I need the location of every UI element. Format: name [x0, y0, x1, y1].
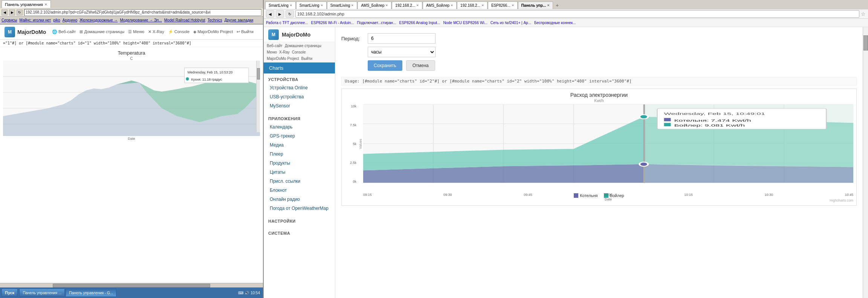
nav-project-left[interactable]: ◈ MajorDoMo Project — [193, 29, 233, 34]
nav-link-exit[interactable]: Выйти — [301, 57, 313, 61]
nav-console-left[interactable]: ⚡ Console — [168, 29, 189, 34]
bookmark-wireless[interactable]: Беспроводные коннек... — [534, 21, 576, 25]
bookmark-model-railroad[interactable]: Model Railroad Hobbyist — [164, 18, 205, 22]
nav-link-xray[interactable]: X-Ray — [279, 50, 290, 54]
y-label-3: 7.5k — [350, 123, 356, 127]
address-input-right[interactable] — [295, 10, 859, 18]
tab-close[interactable]: ✕ — [351, 4, 354, 7]
sidebar-item-calendar[interactable]: Календарь — [264, 122, 335, 131]
refresh-btn-left[interactable]: ↻ — [17, 9, 23, 15]
tab-panel-right[interactable]: Панель упр... ✕ — [518, 2, 553, 9]
refresh-btn-right[interactable]: ↻ — [286, 10, 294, 18]
y-axis-labels: 10k 7.5k 5k 2.5k 0k — [345, 104, 358, 191]
bookmarks-bar-right: Работа с TFT дисплее... ESP8266 Wi-Fi - … — [264, 19, 868, 27]
sidebar-charts-item[interactable]: Charts — [264, 63, 335, 73]
tab-close[interactable]: ✕ — [547, 4, 550, 7]
main-content-right: M MajorDoMo Веб-сайт Домашние страницы М… — [264, 27, 868, 298]
bookmark-modelling[interactable]: Моделирование → Эл... — [120, 18, 162, 22]
taskbar-item-1[interactable]: Панель управления - G... — [66, 289, 116, 297]
bookmark-podkl[interactable]: Подключает...стиран... — [357, 21, 396, 25]
nav-exit-left[interactable]: ↩ Выйти — [237, 29, 254, 34]
tab-ip-1[interactable]: 192.168.2... ✕ — [392, 2, 422, 9]
new-tab-btn[interactable]: + — [553, 2, 561, 9]
tab-close[interactable]: ✕ — [512, 4, 514, 7]
bookmark-esp-analog[interactable]: ESP8266 Analog Input... — [399, 21, 440, 25]
sidebar-item-online[interactable]: Устройства Online — [264, 83, 335, 92]
horizontal-scrollbar-left[interactable] — [0, 283, 263, 287]
bookmark-esp-wifi[interactable]: ESP8266 Wi-Fi - Arduin... — [311, 21, 354, 25]
tab-smartliving-1[interactable]: SmartLiving ✕ — [265, 2, 296, 9]
sidebar-item-weather[interactable]: Погода от OpenWeatherMap — [264, 204, 335, 213]
tab-close[interactable]: ✕ — [290, 4, 292, 7]
bookmark-nodemcu[interactable]: Node MCU ESP8266 Wi... — [443, 21, 487, 25]
y-label-1: 2.5k — [350, 161, 356, 165]
tab-esp8266[interactable]: ESP8266... ✕ — [488, 2, 518, 9]
tab-close[interactable]: ✕ — [481, 4, 484, 7]
sidebar-item-gps[interactable]: GPS-трекер — [264, 131, 335, 141]
bookmark-servisy[interactable]: Сервисы — [2, 18, 17, 22]
bookmark-mayns[interactable]: Майнс: иголки нет — [19, 18, 51, 22]
forward-btn-right[interactable]: ▶ — [276, 10, 284, 18]
tab-close[interactable]: ✕ — [321, 4, 323, 7]
svg-rect-28 — [664, 118, 671, 121]
bookmark-tft[interactable]: Работа с TFT дисплее... — [266, 21, 308, 25]
tab-ams-bojler-2[interactable]: AMS_Бойлер ✕ — [423, 2, 457, 9]
sidebar-item-radio[interactable]: Онлайн радио — [264, 195, 335, 204]
forward-btn-left[interactable]: ▶ — [9, 9, 15, 15]
logo-left: M MajorDoMo — [5, 27, 46, 37]
sidebar-item-links[interactable]: Присл. ссылки — [264, 177, 335, 186]
taskbar: Пуск Панель управления ... Панель управл… — [0, 287, 263, 298]
nav-link-menu[interactable]: Меню — [267, 50, 277, 54]
scrollbar-thumb-v[interactable] — [863, 35, 868, 50]
bookmark-net[interactable]: Сеть из №f2401+ | Ар... — [491, 21, 531, 25]
nav-link-home[interactable]: Домашние страницы — [285, 44, 321, 48]
y-axis-title-text: Values — [359, 139, 362, 149]
taskbar-item-0[interactable]: Панель управления ... — [19, 289, 65, 297]
tab-label: Панель упр... — [521, 3, 546, 8]
scroll-thumb-left[interactable] — [53, 284, 211, 287]
bookmark-arduino[interactable]: Ардуино — [63, 18, 78, 22]
tab-label: AMS_Бойлер — [426, 3, 449, 8]
back-btn-left[interactable]: ◀ — [2, 9, 8, 15]
bookmark-others[interactable]: Другие закладки — [225, 18, 254, 22]
period-unit-select[interactable]: часы — [368, 47, 436, 57]
sidebar-item-products[interactable]: Продукты — [264, 159, 335, 168]
tab-close-left[interactable]: ✕ — [44, 3, 47, 6]
cancel-button[interactable]: Отмена — [406, 60, 435, 71]
back-btn-right[interactable]: ◀ — [266, 10, 274, 18]
bookmark-railway[interactable]: Железнодорожные → — [79, 18, 118, 22]
tab-smartliving-2[interactable]: SmartLiving ✕ — [296, 2, 327, 9]
tab-close[interactable]: ✕ — [451, 4, 453, 7]
browser-tab-left[interactable]: Панель управления ✕ — [2, 0, 51, 8]
usage-text-left: ="1"#] or [#module name="charts" id="1" … — [0, 40, 263, 47]
nav-xray-left[interactable]: ✕ X-Ray — [148, 29, 164, 34]
start-button[interactable]: Пуск — [2, 289, 18, 297]
sidebar-item-quotes[interactable]: Цитаты — [264, 168, 335, 177]
nav-link-project[interactable]: MajorDoMo Project — [267, 57, 299, 61]
address-input-left[interactable] — [24, 9, 261, 16]
nav-home-left[interactable]: ⊞ Домашние страницы — [79, 29, 124, 34]
bookmark-piko[interactable]: piko — [53, 18, 60, 22]
vertical-scrollbar-right[interactable] — [863, 27, 868, 298]
bookmark-technics[interactable]: Technics — [208, 18, 222, 22]
nav-link-website[interactable]: Веб-сайт — [267, 44, 283, 48]
sidebar-item-notepad[interactable]: Блокнот — [264, 186, 335, 195]
tab-ams-bojler-1[interactable]: AMS_Бойлер ✕ — [358, 2, 391, 9]
save-button[interactable]: Сохранить — [368, 60, 402, 71]
nav-website-left[interactable]: 🌐 Веб-сайт — [52, 29, 76, 34]
tab-ip-2[interactable]: 192.168.2... ✕ — [457, 2, 487, 9]
y-label-0: 0k — [353, 180, 356, 183]
sidebar-item-player[interactable]: Плеер — [264, 150, 335, 159]
tab-smartliving-3[interactable]: SmartLiving ✕ — [327, 2, 358, 9]
svg-point-24 — [639, 115, 648, 119]
tab-close[interactable]: ✕ — [385, 4, 388, 7]
tab-close[interactable]: ✕ — [416, 4, 419, 7]
star-btn[interactable]: ☆ — [861, 11, 866, 17]
sidebar-item-usb[interactable]: USB-устройства — [264, 92, 335, 101]
period-input[interactable] — [368, 33, 436, 44]
sidebar-item-media[interactable]: Медиа — [264, 141, 335, 150]
nav-link-console[interactable]: Console — [292, 50, 306, 54]
tab-bar-left: Панель управления ✕ — [0, 0, 263, 8]
sidebar-item-mysensor[interactable]: MySensor — [264, 101, 335, 110]
nav-menu-left[interactable]: ☰ Меню — [128, 29, 144, 34]
